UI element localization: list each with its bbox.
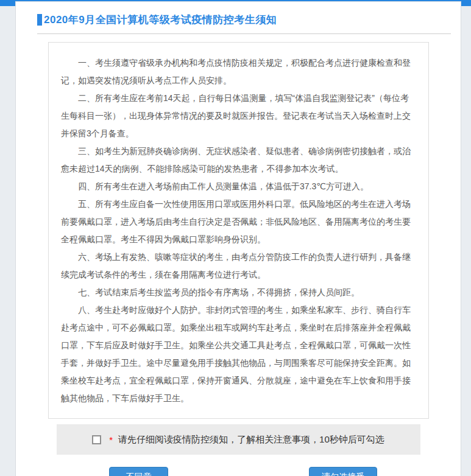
page-title: 2020年9月全国计算机等级考试疫情防控考生须知 [44,13,277,27]
notice-paragraph-7: 七、考试结束后考生按监考员的指令有序离场，不得拥挤，保持人员间距。 [61,284,416,301]
title-divider [37,33,451,34]
consent-label: 请先仔细阅读疫情防控须知，了解相关注意事项，10秒钟后可勾选 [118,434,384,446]
notice-paragraph-8: 八、考生赴考时应做好个人防护。非封闭式管理的考生，如乘坐私家车、步行、骑自行车赴… [61,301,416,407]
required-asterisk: * [109,435,113,445]
page-title-row: 2020年9月全国计算机等级考试疫情防控考生须知 [37,13,451,27]
notice-paragraph-2: 二、所有考生应在考前14天起，自行每日体温测量，填写“体温自我监测登记表”（每位… [61,89,416,142]
notice-paragraph-3: 三、如考生为新冠肺炎确诊病例、无症状感染者、疑似患者、确诊病例密切接触者，或治愈… [61,142,416,178]
title-marker-block [37,14,42,26]
accept-button[interactable]: 请勾选接受 [309,467,377,476]
action-buttons-row: 不同意 请勾选接受 [16,467,461,476]
disagree-button[interactable]: 不同意 [109,467,168,476]
notice-paragraph-6: 六、考场上有发热、咳嗽等症状的考生，由考点分管防疫工作的负责人进行研判，具备继续… [61,248,416,284]
notice-content-box: 一、考生须遵守省级承办机构和考点疫情防疫相关规定，积极配合考点进行健康检查和登记… [48,42,429,419]
notice-paragraph-1: 一、考生须遵守省级承办机构和考点疫情防疫相关规定，积极配合考点进行健康检查和登记… [61,54,416,89]
consent-checkbox[interactable] [92,435,101,444]
notice-paragraph-4: 四、所有考生在进入考场前由工作人员测量体温，体温低于37.3℃方可进入。 [61,178,416,195]
notice-paragraph-5: 五、所有考生应自备一次性使用医用口罩或医用外科口罩。低风险地区的考生在进入考场前… [61,195,416,248]
notice-card: 2020年9月全国计算机等级考试疫情防控考生须知 一、考生须遵守省级承办机构和考… [15,1,461,476]
consent-bar: * 请先仔细阅读疫情防控须知，了解相关注意事项，10秒钟后可勾选 [57,424,420,455]
